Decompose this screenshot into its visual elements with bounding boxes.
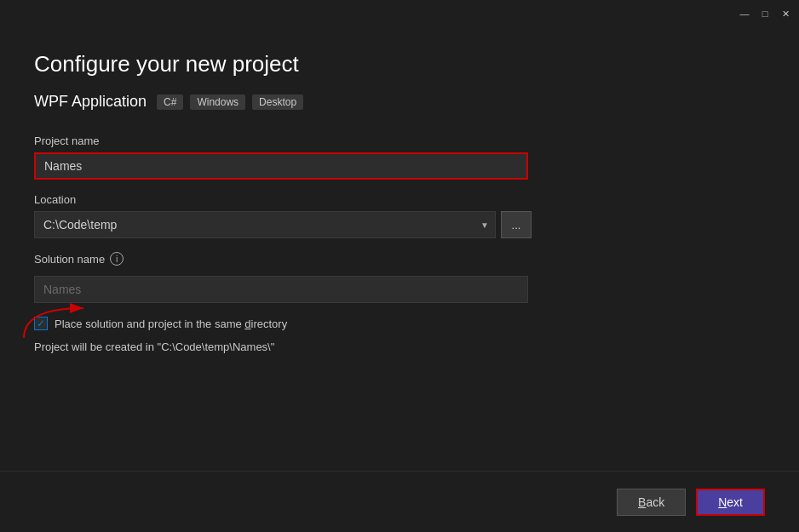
maximize-button[interactable]: □	[758, 7, 772, 20]
back-button[interactable]: Back	[617, 489, 686, 516]
project-name-label: Project name	[34, 134, 765, 147]
main-content: Configure your new project WPF Applicati…	[0, 27, 799, 370]
minimize-button[interactable]: —	[738, 7, 751, 20]
next-label: Next	[718, 495, 743, 509]
badge-desktop: Desktop	[252, 94, 303, 110]
solution-name-label: Solution name	[34, 253, 105, 266]
close-button[interactable]: ✕	[779, 7, 792, 20]
project-type-name: WPF Application	[34, 93, 147, 111]
project-name-group: Project name	[34, 134, 765, 180]
location-label: Location	[34, 193, 765, 206]
annotation-arrow	[15, 291, 118, 342]
location-select-wrapper: C:\Code\temp ▼	[34, 211, 496, 238]
badge-csharp: C#	[157, 94, 183, 110]
location-group: Location C:\Code\temp ▼ ...	[34, 193, 765, 238]
location-row: C:\Code\temp ▼ ...	[34, 211, 765, 238]
browse-button[interactable]: ...	[501, 211, 532, 238]
footer: Back Next	[0, 471, 799, 532]
next-button[interactable]: Next	[696, 489, 765, 516]
page-title: Configure your new project	[34, 51, 765, 77]
location-select[interactable]: C:\Code\temp	[34, 211, 496, 238]
project-type-row: WPF Application C# Windows Desktop	[34, 93, 765, 111]
checkbox-row: ✓ Place solution and project in the same…	[34, 317, 765, 330]
info-icon: i	[110, 252, 124, 266]
title-bar: — □ ✕	[0, 0, 799, 27]
solution-name-group: Solution name i	[34, 252, 765, 303]
project-name-input[interactable]	[34, 152, 528, 180]
project-path-text: Project will be created in "C:\Code\temp…	[34, 340, 765, 353]
back-label: Back	[638, 495, 664, 509]
badge-windows: Windows	[190, 94, 245, 110]
solution-name-label-row: Solution name i	[34, 252, 765, 266]
